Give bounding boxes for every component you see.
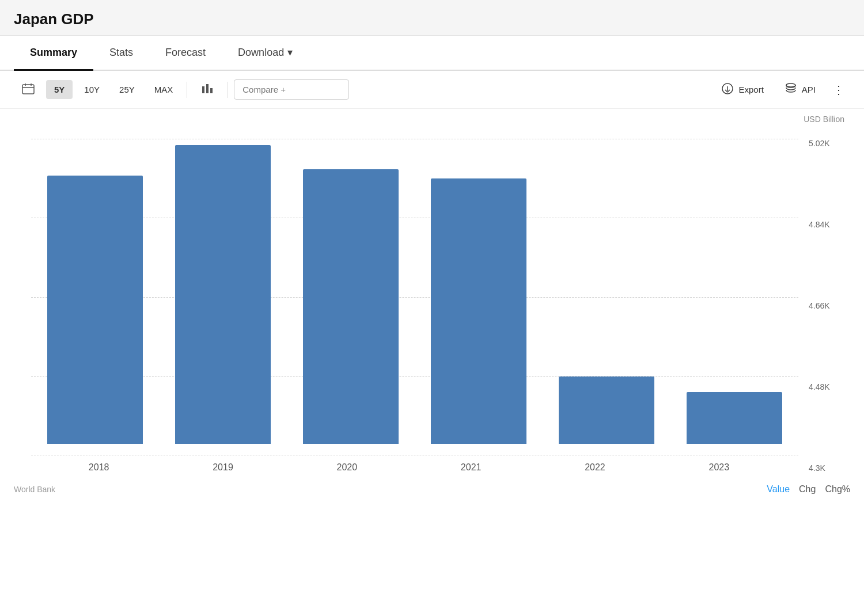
source-label: World Bank	[14, 485, 55, 494]
y-label-0: 5.02K	[804, 139, 830, 148]
bar-group-2018	[31, 139, 159, 444]
footer-right: Value Chg Chg%	[767, 484, 850, 495]
y-label-1: 4.84K	[804, 220, 830, 229]
bar-2019[interactable]	[175, 145, 271, 444]
bar-group-2021	[415, 139, 543, 444]
api-button[interactable]: API	[775, 78, 825, 101]
bar-group-2020	[287, 139, 415, 444]
x-label-2020: 2020	[285, 462, 409, 473]
x-axis-labels: 2018 2019 2020 2021 2022 2023	[14, 455, 804, 473]
page-header: Japan GDP	[0, 0, 864, 36]
tab-download[interactable]: Download ▾	[222, 36, 309, 71]
y-label-2: 4.66K	[804, 301, 830, 310]
chart-footer: World Bank Value Chg Chg%	[0, 473, 864, 500]
svg-point-9	[786, 83, 795, 87]
toolbar-right: Export API ⋮	[712, 78, 850, 101]
bar-2023[interactable]	[687, 392, 783, 444]
tab-summary[interactable]: Summary	[14, 36, 93, 71]
tab-forecast[interactable]: Forecast	[149, 36, 222, 71]
x-label-2023: 2023	[657, 462, 781, 473]
grid-line	[31, 455, 798, 455]
y-label-4: 4.3K	[804, 463, 825, 473]
y-label-3: 4.48K	[804, 382, 830, 391]
x-label-2021: 2021	[409, 462, 533, 473]
chart-area: 2018 2019 2020 2021 2022 2023 5.02K 4.84…	[14, 127, 850, 473]
period-10y-button[interactable]: 10Y	[76, 80, 108, 99]
footer-chg-tab[interactable]: Chg	[799, 484, 816, 495]
nav-tabs: Summary Stats Forecast Download ▾	[0, 36, 864, 71]
calendar-button[interactable]	[14, 78, 43, 101]
period-25y-button[interactable]: 25Y	[111, 80, 143, 99]
x-label-2019: 2019	[161, 462, 285, 473]
database-icon	[785, 82, 797, 97]
bar-2021[interactable]	[431, 178, 527, 444]
compare-input[interactable]	[234, 79, 349, 100]
svg-rect-6	[210, 88, 213, 93]
toolbar-divider-1	[187, 82, 187, 98]
export-button[interactable]: Export	[712, 78, 772, 101]
bar-group-2023	[670, 139, 798, 444]
bar-2022[interactable]	[559, 377, 655, 444]
chart-unit-label: USD Billion	[14, 115, 850, 124]
footer-chg-pct-tab[interactable]: Chg%	[825, 484, 850, 495]
bar-group-2022	[543, 139, 670, 444]
svg-rect-5	[206, 84, 209, 93]
svg-rect-0	[22, 85, 34, 94]
chevron-down-icon: ▾	[287, 46, 293, 59]
tab-stats[interactable]: Stats	[93, 36, 149, 71]
bar-chart-type-button[interactable]	[193, 78, 222, 101]
bar-2018[interactable]	[47, 176, 143, 444]
bars-row	[31, 127, 798, 444]
footer-value-tab[interactable]: Value	[767, 484, 790, 495]
x-label-2022: 2022	[533, 462, 657, 473]
chart-container: USD Billion	[0, 109, 864, 473]
x-label-2018: 2018	[37, 462, 161, 473]
toolbar: 5Y 10Y 25Y MAX	[0, 71, 864, 109]
more-icon: ⋮	[833, 83, 844, 96]
page-title: Japan GDP	[14, 10, 850, 28]
bar-group-2019	[159, 139, 287, 444]
bar-2020[interactable]	[303, 169, 399, 444]
period-5y-button[interactable]: 5Y	[46, 80, 73, 99]
svg-rect-4	[202, 86, 204, 93]
export-icon	[721, 82, 734, 97]
toolbar-divider-2	[228, 82, 228, 98]
more-options-button[interactable]: ⋮	[827, 78, 850, 101]
calendar-icon	[22, 83, 35, 96]
y-axis: 5.02K 4.84K 4.66K 4.48K 4.3K	[804, 127, 850, 473]
bar-chart-icon	[201, 83, 214, 96]
period-max-button[interactable]: MAX	[146, 80, 181, 99]
